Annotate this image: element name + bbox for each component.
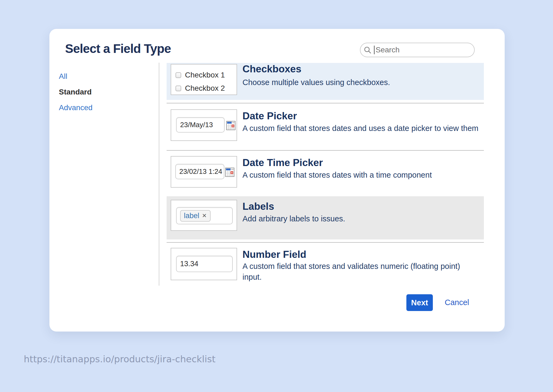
next-button[interactable]: Next — [406, 294, 433, 311]
page-background: Select a Field Type All Standard Advance… — [0, 0, 553, 392]
row-divider — [167, 103, 484, 103]
sidebar-item-all[interactable]: All — [59, 72, 67, 81]
sidebar-divider — [159, 63, 159, 286]
labels-input[interactable]: label ✕ — [176, 207, 233, 224]
checkbox-option-label: Checkbox 2 — [185, 84, 225, 93]
remove-label-icon[interactable]: ✕ — [202, 212, 207, 219]
checkbox-icon[interactable] — [176, 86, 181, 91]
label-tag: label ✕ — [180, 210, 211, 222]
field-type-row-labels[interactable]: label ✕ Labels Add arbitrary labels to i… — [167, 196, 484, 239]
label-tag-text: label — [184, 212, 199, 220]
row-title: Number Field — [242, 249, 306, 260]
date-input[interactable]: 23/May/13 — [176, 117, 225, 133]
row-title: Date Time Picker — [242, 157, 323, 168]
url-caption: https://titanapps.io/products/jira-check… — [24, 354, 215, 364]
dialog-title: Select a Field Type — [65, 41, 171, 56]
checkbox-icon[interactable] — [176, 72, 181, 78]
row-title: Labels — [242, 201, 274, 212]
number-input[interactable]: 13.34 — [176, 256, 233, 272]
field-type-row-date-picker[interactable]: 23/May/13 Date Picker A custom f — [167, 105, 484, 150]
row-description: A custom field that stores dates and use… — [242, 123, 478, 134]
labels-preview: label ✕ — [171, 200, 237, 231]
field-type-row-checkboxes[interactable]: Checkbox 1 Checkbox 2 Checkboxes Choose … — [167, 63, 484, 100]
row-title: Date Picker — [242, 110, 297, 122]
row-description: A custom field that stores and validates… — [242, 261, 480, 282]
cancel-button[interactable]: Cancel — [445, 298, 469, 307]
date-time-preview: 23/02/13 1:24 — [171, 156, 237, 188]
date-time-input[interactable]: 23/02/13 1:24 — [175, 164, 224, 179]
row-description: Choose multiple values using checkboxes. — [242, 77, 390, 88]
sidebar-item-advanced[interactable]: Advanced — [59, 103, 93, 112]
field-type-row-number-field[interactable]: 13.34 Number Field A custom field that s… — [167, 244, 484, 288]
row-description: Add arbitrary labels to issues. — [242, 213, 345, 224]
checkboxes-preview: Checkbox 1 Checkbox 2 — [171, 64, 237, 95]
row-description: A custom field that stores dates with a … — [242, 170, 432, 180]
calendar-icon[interactable] — [226, 121, 235, 130]
row-title: Checkboxes — [242, 63, 301, 75]
number-field-preview: 13.34 — [171, 248, 237, 280]
field-type-row-date-time-picker[interactable]: 23/02/13 1:24 Date Time Picker A — [167, 152, 484, 196]
date-picker-preview: 23/May/13 — [171, 109, 237, 141]
row-divider — [167, 242, 484, 243]
calendar-icon[interactable] — [225, 167, 234, 177]
row-divider — [167, 150, 484, 151]
checkbox-option-label: Checkbox 1 — [185, 71, 225, 79]
field-type-dialog: Select a Field Type All Standard Advance… — [49, 29, 505, 332]
field-type-list: Checkbox 1 Checkbox 2 Checkboxes Choose … — [167, 29, 484, 332]
sidebar-item-standard[interactable]: Standard — [59, 88, 92, 96]
